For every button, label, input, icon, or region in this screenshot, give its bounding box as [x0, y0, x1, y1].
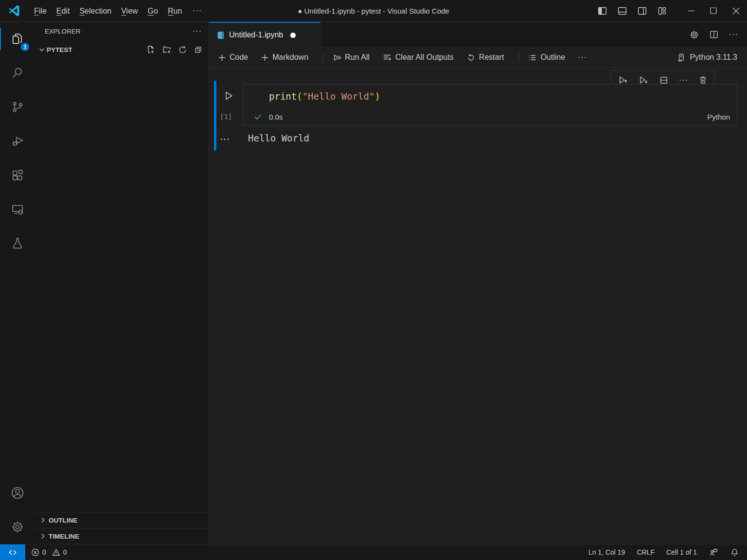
remote-explorer-icon[interactable] [0, 192, 35, 226]
run-cell-button[interactable] [223, 90, 234, 102]
cell-language-picker[interactable]: Python [707, 113, 730, 121]
editor-more-actions-icon[interactable]: ··· [729, 30, 738, 39]
explorer-icon[interactable]: 1 [0, 22, 35, 56]
menu-view[interactable]: View [116, 0, 142, 22]
restart-kernel-button[interactable]: Restart [466, 53, 504, 62]
window-title: ● Untitled-1.ipynb - pytest - Visual Stu… [298, 7, 449, 15]
feedback-icon[interactable] [709, 547, 718, 557]
code-cell[interactable]: print("Hello World") 0.0s Python [243, 84, 737, 125]
run-and-debug-icon[interactable] [0, 124, 35, 158]
notebook-file-icon [216, 31, 225, 39]
title-bar: File Edit Selection View Go Run ··· ● Un… [0, 0, 747, 22]
clear-all-outputs-button[interactable]: Clear All Outputs [382, 52, 454, 62]
source-control-icon[interactable] [0, 90, 35, 124]
tab-untitled-1-ipynb[interactable]: Untitled-1.ipynb [209, 22, 320, 47]
execute-above-icon[interactable] [618, 75, 628, 85]
collapse-all-icon[interactable] [194, 45, 203, 54]
chevron-right-icon [39, 516, 47, 524]
kernel-picker[interactable]: Python 3.11.3 [676, 53, 737, 62]
customize-layout-icon[interactable] [657, 6, 667, 16]
split-editor-icon[interactable] [709, 30, 719, 39]
toggle-secondary-sidebar-icon[interactable] [637, 6, 647, 16]
minimize-button[interactable] [680, 0, 702, 22]
menubar: File Edit Selection View Go Run ··· [29, 0, 208, 21]
outline-section-header[interactable]: OUTLINE [35, 512, 209, 528]
remote-indicator[interactable] [0, 544, 25, 560]
search-icon[interactable] [0, 56, 35, 90]
status-bar: 0 0 Ln 1, Col 19 CRLF Cell 1 of 1 [0, 544, 747, 560]
delete-cell-icon[interactable] [698, 75, 708, 85]
chevron-down-icon [38, 46, 46, 53]
chevron-right-icon [39, 532, 47, 540]
notifications-bell-icon[interactable] [730, 548, 739, 557]
kernel-environment-icon [676, 53, 686, 62]
cell-more-actions-icon[interactable]: ··· [679, 76, 688, 85]
settings-gear-icon[interactable] [0, 510, 35, 544]
split-cell-icon[interactable] [659, 75, 669, 85]
menu-edit[interactable]: Edit [52, 0, 75, 22]
code-token-function: print [269, 91, 297, 102]
execute-below-icon[interactable] [639, 75, 649, 85]
explorer-sidebar: EXPLORER ··· PYTEST [35, 22, 209, 544]
close-button[interactable] [725, 0, 747, 22]
restart-icon [466, 53, 476, 62]
error-icon [31, 548, 39, 557]
clear-outputs-icon [382, 52, 392, 62]
outline-button[interactable]: Outline [528, 53, 565, 62]
cell-position-indicator[interactable]: Cell 1 of 1 [666, 548, 697, 556]
extensions-icon[interactable] [0, 158, 35, 192]
error-count: 0 [42, 548, 46, 556]
plus-icon [218, 53, 226, 62]
refresh-icon[interactable] [178, 45, 187, 54]
menu-go[interactable]: Go [143, 0, 163, 22]
notebook-settings-gear-icon[interactable] [689, 30, 699, 40]
vscode-logo-icon [8, 4, 20, 17]
editor-area: Untitled-1.ipynb ··· [209, 22, 747, 544]
code-token-paren-close: ) [374, 91, 380, 102]
eol-indicator[interactable]: CRLF [637, 548, 655, 556]
folder-section-pytest[interactable]: PYTEST [35, 43, 209, 56]
toggle-panel-icon[interactable] [617, 6, 627, 16]
menu-selection[interactable]: Selection [74, 0, 116, 22]
code-token-paren-open: ( [297, 91, 302, 102]
problems-indicator[interactable]: 0 0 [31, 548, 70, 557]
cell-focus-indicator [214, 81, 216, 151]
run-all-button[interactable]: Run All [332, 53, 370, 62]
cursor-position[interactable]: Ln 1, Col 19 [588, 548, 625, 556]
menu-run[interactable]: Run [163, 0, 187, 22]
maximize-button[interactable] [702, 0, 725, 22]
menu-overflow-button[interactable]: ··· [187, 6, 208, 15]
warning-icon [52, 548, 60, 557]
explorer-badge: 1 [21, 43, 29, 51]
plus-icon [261, 53, 269, 62]
folder-section-label: PYTEST [47, 46, 72, 53]
cell-status-bar: 0.0s Python [243, 109, 737, 125]
output-options-button[interactable]: ··· [220, 135, 230, 144]
outline-section-label: OUTLINE [49, 517, 77, 524]
notebook-toolbar: Code Markdown Run All [209, 47, 747, 68]
account-icon[interactable] [0, 476, 35, 510]
new-folder-icon[interactable] [162, 45, 172, 54]
tab-bar: Untitled-1.ipynb ··· [209, 22, 747, 47]
add-code-cell-button[interactable]: Code [218, 53, 248, 62]
run-all-icon [332, 53, 341, 62]
toolbar-more-actions-button[interactable]: ··· [578, 53, 587, 62]
list-icon [528, 53, 537, 62]
modified-dot-icon[interactable] [290, 33, 296, 38]
explorer-more-actions-button[interactable]: ··· [193, 27, 202, 35]
code-line[interactable]: print("Hello World") [243, 85, 737, 103]
new-file-icon[interactable] [146, 45, 156, 54]
execution-duration: 0.0s [269, 113, 283, 121]
cell-output: Hello World [248, 133, 309, 143]
timeline-section-label: TIMELINE [49, 533, 79, 540]
activity-bar: 1 [0, 22, 35, 544]
tab-label: Untitled-1.ipynb [229, 31, 283, 39]
timeline-section-header[interactable]: TIMELINE [35, 528, 209, 544]
code-token-string: "Hello World" [302, 91, 375, 102]
success-check-icon [254, 113, 262, 121]
testing-icon[interactable] [0, 226, 35, 260]
add-markdown-cell-button[interactable]: Markdown [261, 53, 308, 62]
notebook-content: ··· [1] print("Hello World") [209, 68, 747, 544]
menu-file[interactable]: File [29, 0, 52, 22]
toggle-sidebar-icon[interactable] [597, 6, 607, 16]
